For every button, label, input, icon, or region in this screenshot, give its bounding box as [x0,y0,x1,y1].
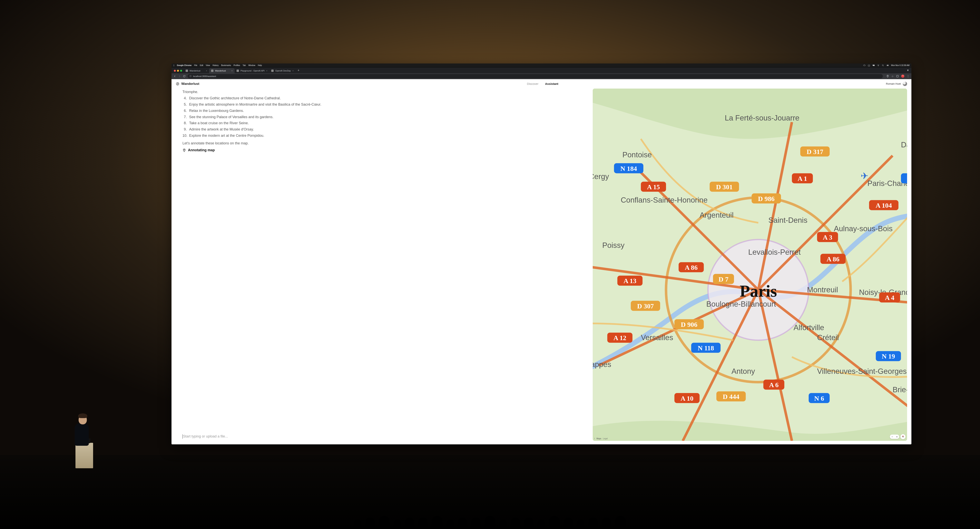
chat-composer[interactable]: Start typing or upload a file... [183,432,586,441]
wifi-icon[interactable] [877,64,880,67]
map-panel[interactable]: Paris-Charles de Gaulle ✈ Paris CergyPon… [593,89,907,441]
bookmark-star-icon[interactable]: ☆ [891,75,894,78]
map-place-label: Brie-Comte-Robert [892,385,907,394]
svg-text:D 444: D 444 [723,393,739,400]
nav-discover[interactable]: Discover [527,82,538,86]
menu-profiles[interactable]: Profiles [234,64,240,67]
back-button[interactable] [173,75,176,78]
svg-text:A 15: A 15 [647,183,660,191]
braces-icon[interactable]: { } [868,64,870,67]
new-tab-button[interactable]: + [296,68,301,73]
browser-tab[interactable]: Playground - OpenAI API× [235,68,269,73]
svg-text:D 986: D 986 [758,195,775,202]
map-place-label: Poissy [602,241,624,249]
map-place-label: Pontoise [622,151,652,159]
spotlight-icon[interactable] [882,64,884,67]
map-place-label: Trappes [593,360,611,369]
menu-help[interactable]: Help [258,64,262,67]
stage-manager-icon[interactable] [872,64,875,67]
map-place-label: Saint-Denis [768,216,807,224]
map-attrib-legal[interactable]: Legal [603,437,608,440]
svg-text:D 307: D 307 [637,302,654,310]
window-zoom-button[interactable] [180,70,182,72]
road-badge: A 3 [817,232,838,242]
tab-close-icon[interactable]: × [231,70,233,72]
extensions-icon[interactable] [896,75,899,78]
svg-rect-39 [901,173,907,183]
list-fragment-previous: Triomphe. [183,89,586,95]
map-place-label: Villeneuves-Saint-Georges [817,367,907,375]
menu-tab[interactable]: Tab [243,64,246,67]
window-close-button[interactable] [174,70,176,72]
menubar-clock[interactable]: Mon Nov 6 10:36 AM [891,64,910,67]
window-traffic-lights [173,70,184,73]
tab-close-icon[interactable]: × [293,70,294,72]
tab-favicon [186,70,188,72]
list-item: 6.Relax in the Luxembourg Gardens. [183,108,586,114]
site-info-icon[interactable]: ⓘ [189,75,191,78]
map-center-label: Paris [740,282,777,300]
reload-button[interactable] [183,75,186,78]
svg-text:N 184: N 184 [620,165,637,172]
road-badge: A 12 [607,333,632,343]
road-badge: N 19 [876,351,901,361]
composer-placeholder: Start typing or upload a file... [183,434,228,438]
svg-point-3 [878,66,878,66]
chrome-profile-avatar[interactable] [901,75,904,78]
map-place-label: Alfortville [794,323,824,332]
map-place-label: Créteil [817,333,839,342]
map-place-label: Cergy [593,172,609,181]
tab-title: Playground - OpenAI API [240,70,265,72]
assistant-followup: Let's annotate these locations on the ma… [183,141,586,145]
map-zoom-out-button[interactable]: − [890,435,894,439]
svg-rect-6 [887,65,888,66]
suggestion-list: 4.Discover the Gothic architecture of No… [183,95,586,138]
tab-close-icon[interactable]: × [206,70,207,72]
svg-rect-5 [887,65,888,65]
browser-tab[interactable]: Wanderlust× [184,68,209,73]
map-place-label: Dammartin-en-Goële [901,140,907,149]
menu-file[interactable]: File [194,64,197,67]
road-badge: A 86 [820,254,845,264]
forward-button[interactable] [178,75,181,78]
road-badge: D 906 [675,319,704,329]
svg-rect-8 [897,75,898,77]
window-minimize-button[interactable] [177,70,179,72]
cloud-sync-icon[interactable] [863,64,865,67]
browser-tab[interactable]: OpenAI DevDay× [269,68,296,73]
address-bar[interactable]: ⓘ localhost:3000/assistant [188,74,883,78]
map-compass-button[interactable]: N [900,434,905,439]
chrome-tabstrip: Wanderlust×Wanderlust×Playground - OpenA… [172,67,912,73]
list-item: 4.Discover the Gothic architecture of No… [183,95,586,101]
browser-tab[interactable]: Wanderlust× [209,68,235,73]
svg-text:D 301: D 301 [716,183,733,191]
tab-title: OpenAI DevDay [275,70,291,72]
menu-view[interactable]: View [206,64,210,67]
menu-bookmarks[interactable]: Bookmarks [221,64,231,67]
svg-text:A 86: A 86 [685,264,698,271]
menubar-app-name[interactable]: Google Chrome [177,64,191,67]
app-brand-label: Wanderlust [181,82,199,86]
chrome-menu-icon[interactable]: ⋮ [907,75,910,78]
menu-window[interactable]: Window [248,64,255,67]
svg-text:N 19: N 19 [881,353,895,360]
app-brand[interactable]: Wanderlust [176,82,199,86]
map-canvas[interactable]: Paris-Charles de Gaulle ✈ Paris CergyPon… [593,89,907,441]
user-menu[interactable]: Romain Huet [886,82,907,86]
control-center-icon[interactable] [886,64,889,67]
road-badge: A 104 [869,200,899,210]
map-zoom-in-button[interactable]: + [894,435,899,439]
nav-assistant[interactable]: Assistant [545,82,558,86]
road-badge: A 86 [679,262,704,272]
road-badge: D 444 [716,391,746,401]
tab-overflow-icon[interactable]: ▾ [906,68,910,73]
road-badge: D 7 [713,274,734,284]
svg-text:D 906: D 906 [681,321,697,328]
tab-close-icon[interactable]: × [266,70,267,72]
road-badge: N 118 [691,343,721,353]
menu-edit[interactable]: Edit [200,64,203,67]
location-extension-icon[interactable] [886,75,889,78]
svg-rect-0 [873,65,873,65]
apple-menu-icon[interactable]:  [173,64,174,67]
menu-history[interactable]: History [212,64,218,67]
